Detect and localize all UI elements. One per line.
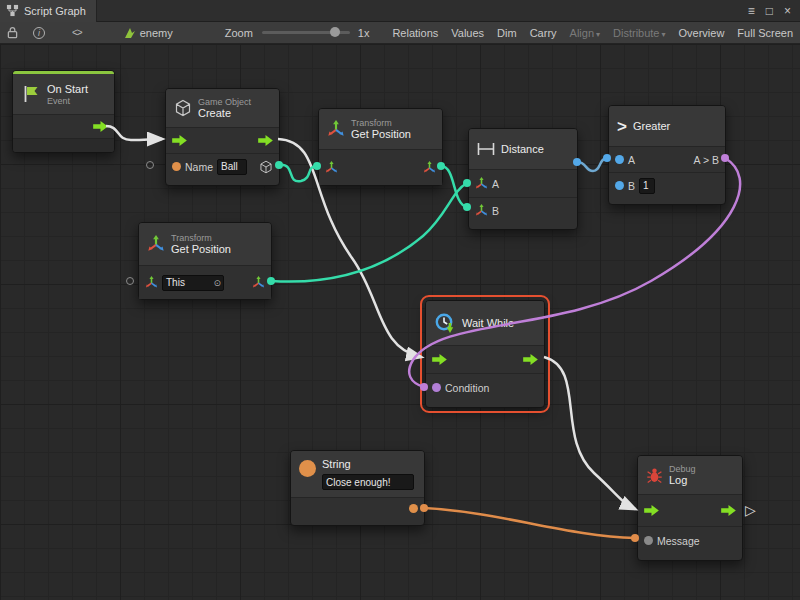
target-object-field[interactable]: This ⊙ (162, 275, 224, 291)
unconnected-port-indicator[interactable] (126, 277, 134, 285)
overview-button[interactable]: Overview (679, 27, 725, 39)
node-category: Game Object (198, 97, 251, 107)
values-button[interactable]: Values (451, 27, 484, 39)
vector3-input-port[interactable] (475, 177, 488, 190)
name-field[interactable] (217, 159, 247, 175)
row-b: B (609, 172, 725, 198)
node-wait-while[interactable]: Wait While Condition (425, 300, 545, 408)
node-create[interactable]: Game Object Create Name (165, 88, 280, 186)
game-object-icon (174, 99, 192, 117)
node-titles: Transform Get Position (171, 233, 231, 256)
node-distance[interactable]: Distance A B (468, 128, 578, 230)
align-button: Align▾ (570, 27, 600, 39)
node-header: On Start Event (13, 74, 114, 114)
target-value: This (166, 277, 185, 288)
node-titles: Transform Get Position (351, 118, 411, 141)
node-footer (609, 198, 725, 204)
node-subtitle: Event (47, 96, 88, 106)
lock-button[interactable] (7, 26, 18, 39)
node-string[interactable]: String (290, 450, 425, 526)
flow-input-port[interactable] (644, 505, 659, 516)
node-header: String (291, 451, 424, 497)
node-header: > Greater (609, 106, 725, 146)
node-log[interactable]: Debug Log Message (637, 455, 743, 561)
string-value-field[interactable] (322, 474, 414, 490)
node-title: On Start (47, 83, 88, 96)
flow-input-port[interactable] (432, 354, 447, 365)
wire-getposition-distance-a (271, 183, 467, 282)
node-on-start[interactable]: On Start Event (12, 70, 115, 153)
zoom-label: Zoom (225, 27, 253, 39)
maximize-icon[interactable]: □ (766, 4, 773, 18)
flow-continue-icon: ▷ (745, 502, 756, 518)
zoom-slider[interactable] (262, 31, 350, 34)
unconnected-port-indicator[interactable] (146, 161, 154, 169)
flag-icon (21, 84, 41, 104)
output-label: A > B (694, 154, 719, 166)
window-menu-icon[interactable]: ≡ (748, 4, 755, 18)
node-category: Transform (171, 233, 231, 243)
flow-output-port[interactable] (721, 505, 736, 516)
transform-icon (147, 235, 165, 253)
b-value-field[interactable] (639, 178, 655, 194)
chevron-down-icon: ▾ (662, 30, 666, 39)
relations-button[interactable]: Relations (392, 27, 438, 39)
flow-output-port[interactable] (258, 135, 273, 146)
condition-row: Condition (426, 373, 544, 401)
zoom-slider-knob[interactable] (330, 27, 340, 37)
info-icon[interactable]: i (33, 27, 45, 39)
bool-input-port[interactable] (432, 383, 441, 392)
flow-output-row (13, 114, 114, 138)
dim-button[interactable]: Dim (497, 27, 517, 39)
flow-row (638, 494, 742, 526)
transform-input-port[interactable] (145, 276, 158, 289)
chevron-down-icon: ▾ (596, 30, 600, 39)
port-row: This ⊙ (139, 265, 271, 299)
node-get-position-b[interactable]: Transform Get Position This ⊙ (138, 222, 272, 300)
transform-input-port[interactable] (325, 161, 338, 174)
number-input-port[interactable] (615, 155, 624, 164)
game-object-output-port[interactable] (259, 160, 273, 174)
wire-distance-greater (577, 158, 607, 171)
message-input-port[interactable] (644, 536, 653, 545)
wire-getposition-distance-b (441, 166, 467, 207)
node-footer (13, 138, 114, 152)
align-label: Align (570, 27, 594, 39)
message-label: Message (657, 535, 700, 547)
wire-flow-waitwhile-log (544, 357, 635, 509)
flow-output-port[interactable] (93, 121, 108, 132)
vector3-output-port[interactable] (252, 276, 265, 289)
titlebar: Script Graph ≡ □ × (0, 0, 800, 22)
tab-script-graph[interactable]: Script Graph (0, 0, 97, 22)
input-b-row: B (469, 197, 577, 223)
fullscreen-button[interactable]: Full Screen (737, 27, 793, 39)
carry-button[interactable]: Carry (530, 27, 557, 39)
close-icon[interactable]: × (784, 4, 791, 18)
vector3-input-port[interactable] (475, 204, 488, 217)
node-footer (166, 179, 279, 185)
object-picker-icon[interactable]: ⊙ (213, 278, 221, 288)
flow-output-port[interactable] (523, 354, 538, 365)
input-a-label: A (628, 154, 635, 166)
node-greater[interactable]: > Greater A A > B B (608, 105, 726, 205)
graph-breadcrumb[interactable]: enemy (124, 27, 173, 39)
node-category: Transform (351, 118, 411, 128)
string-input-port[interactable] (172, 162, 181, 171)
graph-canvas[interactable]: On Start Event Game Object Create (0, 44, 800, 600)
node-get-position-a[interactable]: Transform Get Position (318, 108, 443, 186)
node-footer (426, 401, 544, 407)
lock-icon (7, 26, 18, 39)
distribute-label: Distribute (613, 27, 659, 39)
number-input-port[interactable] (615, 181, 624, 190)
wire-string-message (424, 508, 635, 538)
flow-input-port[interactable] (172, 135, 187, 146)
string-output-port[interactable] (409, 504, 418, 513)
condition-label: Condition (445, 382, 489, 394)
distribute-button: Distribute▾ (613, 27, 665, 39)
code-icon[interactable]: <> (72, 27, 82, 38)
graph-name: enemy (140, 27, 173, 39)
vector3-output-port[interactable] (423, 161, 436, 174)
bug-icon (646, 467, 663, 484)
message-row: Message (638, 526, 742, 554)
node-header: Transform Get Position (319, 109, 442, 149)
